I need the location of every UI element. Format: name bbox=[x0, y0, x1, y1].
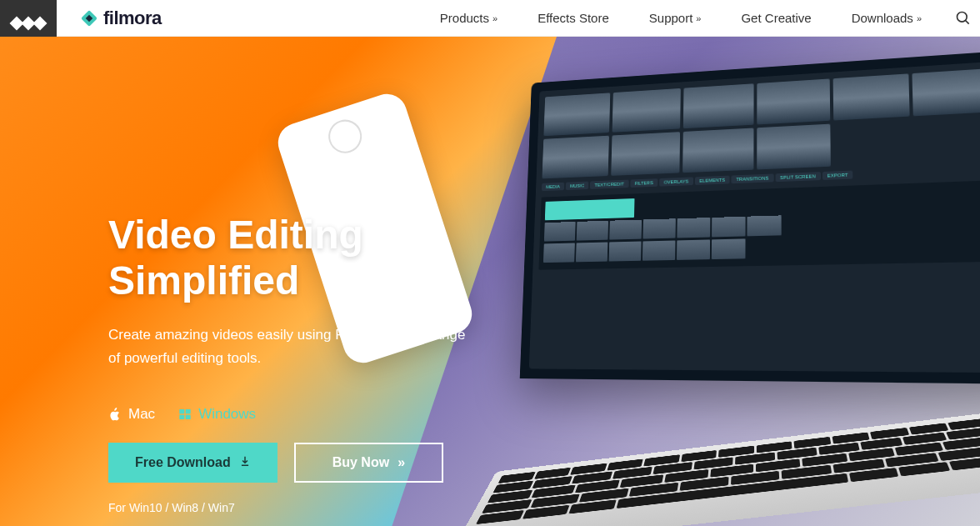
platform-selector: Mac Windows bbox=[108, 406, 980, 423]
chevron-right-icon: » bbox=[696, 13, 701, 23]
platform-windows-label: Windows bbox=[198, 406, 256, 423]
search-icon[interactable] bbox=[955, 10, 972, 27]
wondershare-icon bbox=[12, 18, 45, 28]
nav-products-label: Products bbox=[440, 11, 489, 25]
chevron-right-icon: » bbox=[917, 13, 922, 23]
download-button-label: Free Download bbox=[135, 455, 231, 470]
main-nav: Products » Effects Store Support » Get C… bbox=[440, 11, 922, 25]
platform-windows[interactable]: Windows bbox=[178, 406, 256, 423]
windows-icon bbox=[178, 408, 192, 421]
hero-title-line2: Simplified bbox=[108, 258, 980, 303]
apple-icon bbox=[108, 408, 122, 421]
free-download-button[interactable]: Free Download bbox=[108, 443, 278, 483]
download-icon bbox=[239, 455, 251, 470]
hero-section: MEDIA MUSIC TEXT/CREDIT FILTERS OVERLAYS… bbox=[0, 37, 980, 526]
svg-rect-4 bbox=[179, 414, 184, 418]
buy-button-label: Buy Now bbox=[332, 455, 389, 470]
hero-title-line1: Video Editing bbox=[108, 212, 980, 258]
nav-effects-label: Effects Store bbox=[538, 11, 609, 25]
platform-mac[interactable]: Mac bbox=[108, 406, 155, 423]
hero-content: Video Editing Simplified Create amazing … bbox=[0, 37, 980, 514]
filmora-logo[interactable]: filmora bbox=[82, 8, 162, 29]
hero-title: Video Editing Simplified bbox=[108, 212, 980, 303]
nav-effects-store[interactable]: Effects Store bbox=[538, 11, 609, 25]
header: filmora Products » Effects Store Support… bbox=[0, 0, 980, 37]
svg-rect-3 bbox=[186, 409, 191, 413]
svg-rect-2 bbox=[179, 409, 184, 413]
cta-buttons: Free Download Buy Now » bbox=[108, 443, 980, 483]
svg-point-0 bbox=[958, 12, 968, 22]
nav-products[interactable]: Products » bbox=[440, 11, 498, 25]
hero-subtitle: Create amazing videos easily using Filmo… bbox=[108, 323, 467, 368]
nav-creative-label: Get Creative bbox=[741, 11, 811, 25]
buy-now-button[interactable]: Buy Now » bbox=[294, 443, 443, 483]
chevron-right-icon: » bbox=[398, 455, 405, 470]
brand-name: filmora bbox=[103, 8, 162, 29]
svg-rect-5 bbox=[186, 414, 191, 418]
nav-support-label: Support bbox=[649, 11, 693, 25]
svg-line-1 bbox=[966, 20, 969, 23]
compat-text: For Win10 / Win8 / Win7 bbox=[108, 501, 980, 514]
nav-support[interactable]: Support » bbox=[649, 11, 702, 25]
platform-mac-label: Mac bbox=[128, 406, 155, 423]
nav-downloads-label: Downloads bbox=[852, 11, 913, 25]
nav-get-creative[interactable]: Get Creative bbox=[741, 11, 811, 25]
chevron-right-icon: » bbox=[492, 13, 498, 23]
nav-downloads[interactable]: Downloads » bbox=[852, 11, 922, 25]
filmora-icon bbox=[82, 11, 97, 26]
